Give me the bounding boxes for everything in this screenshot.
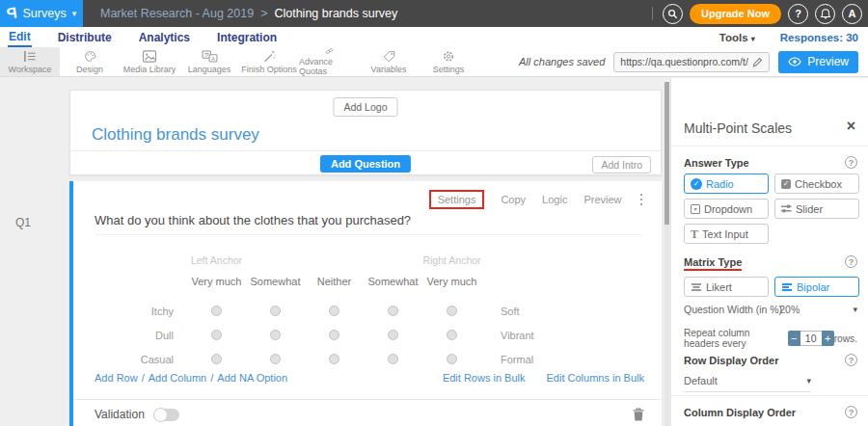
answer-type-text-input-button[interactable]: T Text Input xyxy=(684,224,769,244)
matrix-column-header[interactable]: Neither xyxy=(305,276,364,287)
matrix-type-likert-button[interactable]: Likert xyxy=(684,277,769,297)
tool-advance-quotas[interactable]: Advance Quotas xyxy=(299,47,359,76)
matrix-radio[interactable] xyxy=(447,306,457,316)
notifications-button[interactable] xyxy=(815,4,835,24)
validation-toggle[interactable] xyxy=(153,409,179,421)
repeat-headers-value[interactable]: 10 xyxy=(800,331,822,346)
row-display-order-select[interactable]: Default ▾ xyxy=(684,375,811,392)
matrix-radio[interactable] xyxy=(211,306,222,316)
question-width-value: 20% xyxy=(779,304,800,315)
tool-settings[interactable]: Settings xyxy=(419,47,478,76)
question-copy-link[interactable]: Copy xyxy=(501,194,526,205)
matrix-radio[interactable] xyxy=(388,354,398,364)
tab-distribute[interactable]: Distribute xyxy=(57,29,113,46)
answer-type-slider-button[interactable]: Slider xyxy=(774,199,859,219)
matrix-radio[interactable] xyxy=(447,330,457,340)
matrix-radio[interactable] xyxy=(211,354,222,364)
matrix-radio[interactable] xyxy=(447,354,457,364)
matrix-column-header[interactable]: Very much xyxy=(187,276,246,287)
right-anchor-label[interactable]: Right Anchor xyxy=(422,254,481,266)
breadcrumb-parent[interactable]: Market Research - Aug 2019 xyxy=(100,7,254,20)
add-logo-button[interactable]: Add Logo xyxy=(334,97,398,117)
repeat-headers-stepper: − 10 + xyxy=(788,331,834,346)
pencil-icon[interactable] xyxy=(752,57,763,67)
eye-icon xyxy=(788,57,801,67)
breadcrumb: Market Research - Aug 2019 > Clothing br… xyxy=(100,7,397,20)
add-row-link[interactable]: Add Row xyxy=(95,372,138,384)
edit-rows-bulk-link[interactable]: Edit Rows in Bulk xyxy=(443,372,526,384)
question-settings-link[interactable]: Settings xyxy=(429,190,485,209)
matrix-radio[interactable] xyxy=(270,306,281,316)
tools-menu[interactable]: Tools ▾ xyxy=(719,32,755,43)
kebab-menu-icon[interactable] xyxy=(638,192,645,208)
repeat-headers-row: Repeat column headers every − 10 + rows. xyxy=(684,328,857,349)
tool-languages[interactable]: A Languages xyxy=(179,47,239,76)
tab-edit[interactable]: Edit xyxy=(8,28,32,47)
survey-url-field[interactable]: https://qa.questionpro.com/t/APNrFZfQ xyxy=(613,52,770,72)
help-button[interactable]: ? xyxy=(788,4,808,24)
matrix-radio[interactable] xyxy=(211,330,222,340)
surveys-menu[interactable]: P Surveys ▾ xyxy=(0,0,83,27)
matrix-row-left-label[interactable]: Itchy xyxy=(73,306,187,317)
question-preview-link[interactable]: Preview xyxy=(583,194,621,205)
preview-button[interactable]: Preview xyxy=(778,51,858,73)
matrix-row-right-label[interactable]: Vibrant xyxy=(481,330,662,341)
question-settings-panel: Multi-Point Scales × Answer Type ? ✓ Rad… xyxy=(670,78,868,426)
plus-button[interactable]: + xyxy=(822,331,834,346)
matrix-row-right-label[interactable]: Formal xyxy=(481,354,662,365)
answer-type-dropdown-button[interactable]: ▾ Dropdown xyxy=(684,199,769,219)
matrix-row-right-label[interactable]: Soft xyxy=(481,306,662,317)
scrollbar-thumb[interactable] xyxy=(665,82,669,225)
delete-question-button[interactable] xyxy=(633,408,644,421)
question-text[interactable]: What do you think about the clothes that… xyxy=(95,213,642,235)
responses-count-link[interactable]: Responses: 30 xyxy=(780,32,858,43)
tab-analytics[interactable]: Analytics xyxy=(138,29,191,46)
tool-workspace[interactable]: Workspace xyxy=(0,47,60,76)
dropdown-icon: ▾ xyxy=(691,204,700,214)
tool-variables[interactable]: Variables xyxy=(359,47,419,76)
question-width-select[interactable]: Question Width (in %) 20% ▾ xyxy=(684,304,857,315)
matrix-row-left-label[interactable]: Dull xyxy=(73,330,187,341)
validation-label: Validation xyxy=(95,408,145,421)
matrix-radio[interactable] xyxy=(329,354,339,364)
add-na-option-link[interactable]: Add NA Option xyxy=(217,372,287,384)
tool-design[interactable]: Design xyxy=(60,47,120,76)
search-button[interactable] xyxy=(663,4,683,24)
vertical-scrollbar[interactable] xyxy=(665,82,669,426)
trash-icon xyxy=(633,408,644,421)
matrix-radio[interactable] xyxy=(329,330,339,340)
matrix-column-header[interactable]: Somewhat xyxy=(364,276,422,287)
matrix-radio[interactable] xyxy=(388,306,398,316)
tool-media-library[interactable]: Media Library xyxy=(120,47,179,76)
help-icon[interactable]: ? xyxy=(845,156,857,169)
matrix-column-headers: Very much Somewhat Neither Somewhat Very… xyxy=(73,270,662,293)
help-icon[interactable]: ? xyxy=(845,255,857,268)
left-anchor-label[interactable]: Left Anchor xyxy=(187,254,246,266)
matrix-radio[interactable] xyxy=(270,354,281,364)
answer-type-checkbox-button[interactable]: ✓ Checkbox xyxy=(774,173,859,194)
chevron-down-icon: ▾ xyxy=(806,377,811,386)
answer-type-radio-button[interactable]: ✓ Radio xyxy=(684,173,769,194)
help-icon[interactable]: ? xyxy=(845,406,857,418)
tool-finish-options[interactable]: Finish Options xyxy=(239,47,299,76)
add-column-link[interactable]: Add Column xyxy=(149,372,207,384)
minus-button[interactable]: − xyxy=(788,331,800,346)
matrix-column-header[interactable]: Somewhat xyxy=(246,276,305,287)
tab-integration[interactable]: Integration xyxy=(216,29,278,46)
matrix-radio[interactable] xyxy=(329,306,339,316)
survey-title[interactable]: Clothing brands survey xyxy=(92,125,259,145)
upgrade-now-button[interactable]: Upgrade Now xyxy=(690,4,781,24)
add-intro-button[interactable]: Add Intro xyxy=(592,156,651,173)
matrix-footer-links: Add Row / Add Column / Add NA Option Edi… xyxy=(95,372,644,384)
matrix-radio[interactable] xyxy=(388,330,398,340)
matrix-column-header[interactable]: Very much xyxy=(422,276,481,287)
matrix-radio[interactable] xyxy=(270,330,281,340)
matrix-type-bipolar-button[interactable]: Bipolar xyxy=(774,277,859,297)
close-icon[interactable]: × xyxy=(847,119,855,134)
help-icon[interactable]: ? xyxy=(845,354,857,366)
add-question-button[interactable]: Add Question xyxy=(320,155,411,173)
account-avatar[interactable]: A xyxy=(842,4,862,24)
edit-columns-bulk-link[interactable]: Edit Columns in Bulk xyxy=(547,372,645,384)
matrix-row-left-label[interactable]: Casual xyxy=(73,354,187,365)
question-logic-link[interactable]: Logic xyxy=(542,194,567,205)
